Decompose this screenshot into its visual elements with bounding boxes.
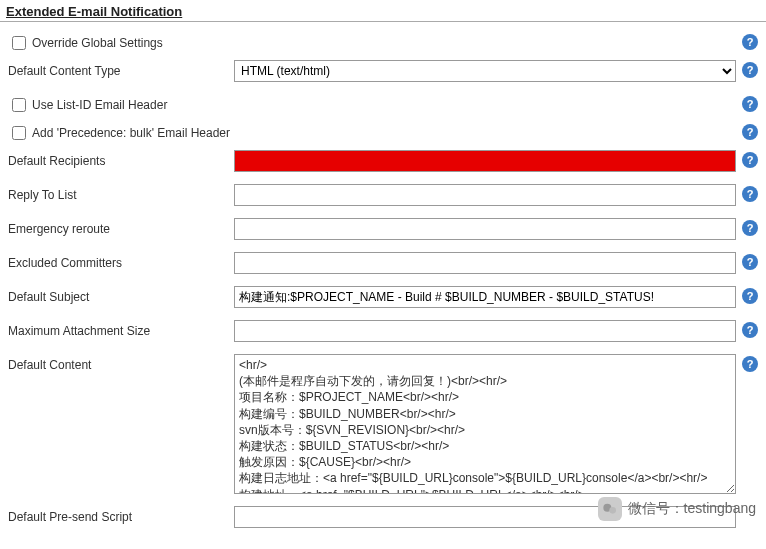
use-list-id-label: Use List-ID Email Header: [32, 98, 167, 112]
max-attach-label: Maximum Attachment Size: [8, 324, 150, 338]
help-icon[interactable]: ?: [742, 96, 758, 112]
help-icon[interactable]: ?: [742, 34, 758, 50]
help-icon[interactable]: ?: [742, 254, 758, 270]
row-emergency-reroute: Emergency reroute ?: [4, 218, 762, 240]
content-type-select[interactable]: HTML (text/html): [234, 60, 736, 82]
row-use-list-id: Use List-ID Email Header ?: [4, 94, 762, 116]
content-type-label: Default Content Type: [8, 64, 121, 78]
row-reply-to: Reply To List ?: [4, 184, 762, 206]
row-precedence-bulk: Add 'Precedence: bulk' Email Header ?: [4, 122, 762, 144]
help-icon[interactable]: ?: [742, 220, 758, 236]
help-icon[interactable]: ?: [742, 152, 758, 168]
default-subject-label: Default Subject: [8, 290, 89, 304]
pre-send-label: Default Pre-send Script: [8, 510, 132, 524]
config-form: Override Global Settings ? Default Conte…: [0, 26, 766, 538]
row-content-type: Default Content Type HTML (text/html) ?: [4, 60, 762, 82]
help-icon[interactable]: ?: [742, 356, 758, 372]
default-content-label: Default Content: [8, 358, 91, 372]
help-icon[interactable]: ?: [742, 124, 758, 140]
default-subject-input[interactable]: [234, 286, 736, 308]
emergency-reroute-label: Emergency reroute: [8, 222, 110, 236]
precedence-bulk-label: Add 'Precedence: bulk' Email Header: [32, 126, 230, 140]
use-list-id-checkbox[interactable]: [12, 98, 26, 112]
row-excluded-committers: Excluded Committers ?: [4, 252, 762, 274]
row-override-global: Override Global Settings ?: [4, 32, 762, 54]
excluded-committers-input[interactable]: [234, 252, 736, 274]
reply-to-label: Reply To List: [8, 188, 76, 202]
row-pre-send: Default Pre-send Script: [4, 506, 762, 528]
help-icon[interactable]: ?: [742, 288, 758, 304]
help-icon[interactable]: ?: [742, 62, 758, 78]
default-recipients-label: Default Recipients: [8, 154, 105, 168]
row-default-recipients: Default Recipients ?: [4, 150, 762, 172]
override-global-label: Override Global Settings: [32, 36, 163, 50]
override-global-checkbox[interactable]: [12, 36, 26, 50]
max-attach-input[interactable]: [234, 320, 736, 342]
precedence-bulk-checkbox[interactable]: [12, 126, 26, 140]
help-icon[interactable]: ?: [742, 322, 758, 338]
help-icon[interactable]: ?: [742, 186, 758, 202]
default-content-textarea[interactable]: [234, 354, 736, 494]
emergency-reroute-input[interactable]: [234, 218, 736, 240]
row-max-attach: Maximum Attachment Size ?: [4, 320, 762, 342]
reply-to-input[interactable]: [234, 184, 736, 206]
excluded-committers-label: Excluded Committers: [8, 256, 122, 270]
row-default-subject: Default Subject ?: [4, 286, 762, 308]
pre-send-input[interactable]: [234, 506, 736, 528]
section-title: Extended E-mail Notification: [0, 0, 766, 22]
default-recipients-input[interactable]: [234, 150, 736, 172]
row-default-content: Default Content ?: [4, 354, 762, 494]
